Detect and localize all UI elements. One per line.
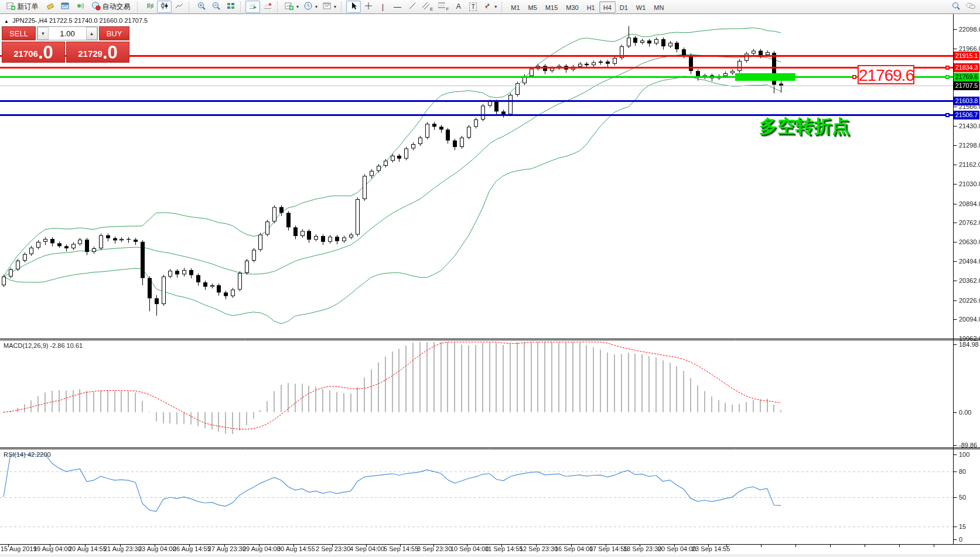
timeframe-W1[interactable]: W1 [632, 1, 650, 13]
templates-button[interactable]: ▾ [320, 1, 339, 13]
time-axis-label: 26 Aug 14:55 [173, 545, 211, 552]
zoom-out-button[interactable] [209, 1, 223, 13]
support-line-lower-handle[interactable] [945, 113, 950, 117]
turning-point-annotation[interactable]: 多空转折点 [759, 114, 850, 139]
text-tool-icon: A [456, 3, 461, 11]
sell-button[interactable]: SELL [2, 26, 36, 40]
arrows-button[interactable]: ▾ [480, 1, 499, 13]
fibonacci-button[interactable]: F [435, 1, 451, 13]
chart-canvas[interactable] [0, 0, 980, 557]
time-axis-label: 29 Aug 04:00 [243, 545, 281, 552]
zoom-in-button[interactable] [194, 1, 209, 13]
timeframe-M30[interactable]: M30 [562, 1, 582, 13]
time-axis-label: 23 Aug 04:00 [138, 545, 176, 552]
trendline-icon [408, 1, 417, 12]
pivot-line-green-badge: 21769.6 [954, 73, 979, 81]
sell-price-main: 21706 [13, 46, 38, 61]
support-zone-bar[interactable] [735, 73, 795, 81]
time-axis-label: 11 Sep 14:55 [485, 545, 523, 552]
time-axis-label: 30 Aug 14:55 [277, 545, 315, 552]
line-chart-button[interactable] [172, 1, 186, 13]
price-callout-anchor[interactable] [852, 75, 856, 79]
support-line-upper-badge: 21603.8 [954, 97, 979, 105]
trendline-button[interactable] [405, 1, 419, 13]
label-tool-button[interactable]: T [466, 1, 480, 13]
channel-button[interactable]: E [419, 1, 435, 13]
buy-button[interactable]: BUY [99, 26, 129, 40]
pivot-line-green[interactable] [0, 76, 953, 78]
time-axis-label: 19 Aug 04:00 [33, 545, 71, 552]
timeframe-D1[interactable]: D1 [616, 1, 632, 13]
search-button[interactable] [948, 1, 963, 13]
time-axis-label: 20 Aug 14:55 [69, 545, 107, 552]
timeframe-M5[interactable]: M5 [524, 1, 541, 13]
timeframe-MN[interactable]: MN [650, 1, 668, 13]
time-axis-label: 20 Sep 04:00 [658, 545, 696, 552]
timeframe-H1[interactable]: H1 [583, 1, 599, 13]
dropdown-caret-icon: ▾ [494, 4, 497, 9]
cursor-button[interactable] [346, 1, 361, 13]
timeframe-H4[interactable]: H4 [599, 1, 616, 13]
horizontal-line-icon: — [394, 3, 401, 11]
ohlc-values: 21722.5 21740.0 21660.0 21707.5 [49, 17, 148, 24]
vertical-line-icon: | [382, 3, 384, 11]
candlestick-chart-button[interactable] [157, 1, 172, 13]
crosshair-icon [364, 1, 373, 12]
timeframe-M1[interactable]: M1 [507, 1, 524, 13]
chat-icon [965, 1, 976, 12]
timeframe-M15[interactable]: M15 [541, 1, 562, 13]
time-axis-label: 23 Sep 14:55 [692, 545, 730, 552]
toolbar-separator [341, 2, 344, 12]
buy-price-main: 21729 [78, 46, 103, 61]
support-line-upper[interactable] [0, 100, 953, 102]
current-price-line[interactable] [0, 86, 953, 86]
volume-down-button[interactable]: ▼ [37, 27, 49, 40]
autotrading-button[interactable]: 自动交易 [87, 1, 135, 13]
collapse-icon[interactable]: ▲ [4, 19, 9, 24]
toolbar-separator [189, 2, 192, 12]
vertical-line-button[interactable]: | [375, 1, 390, 13]
label-tool-icon: T [469, 2, 477, 11]
volume-up-button[interactable]: ▲ [86, 27, 97, 40]
one-click-trading-panel: SELL ▼ 1.00 ▲ BUY 21706 .0 21729 .0 [2, 26, 129, 63]
time-axis-label: 4 Sep 04:00 [350, 545, 384, 552]
toolbar: 新订单 自动交易 ▾ ▾ ▾ | — E F A T ▾ M1M5M15M30H… [0, 0, 980, 14]
toolbar-separator [240, 2, 243, 12]
crosshair-button[interactable] [361, 1, 375, 13]
resistance-line-lower-handle[interactable] [945, 66, 950, 70]
buy-price-display[interactable]: 21729 .0 [66, 42, 129, 63]
tile-windows-button[interactable] [223, 1, 238, 13]
indicators-button[interactable]: ▾ [282, 1, 301, 13]
chat-button[interactable] [963, 1, 978, 13]
chart-shift-button[interactable] [260, 1, 275, 13]
horizontal-line-button[interactable]: — [390, 1, 405, 13]
resistance-line-upper[interactable] [0, 55, 953, 57]
price-callout-box[interactable]: 21769.6 [858, 65, 914, 84]
resistance-line-upper-badge: 21915.1 [954, 52, 979, 60]
bar-chart-button[interactable] [142, 1, 157, 13]
price-tick: 20494.0 [959, 258, 980, 265]
price-tick: 20094.0 [959, 316, 980, 323]
volume-input[interactable]: 1.00 [49, 27, 86, 40]
support-line-lower-badge: 21506.7 [954, 111, 979, 119]
rsi-axis-tick: 15 [959, 523, 966, 530]
time-axis-label: 18 Sep 23:30 [623, 545, 661, 552]
price-tick: 21162.0 [959, 161, 980, 168]
pivot-line-green-handle[interactable] [945, 75, 950, 79]
sell-price-display[interactable]: 21706 .0 [2, 42, 65, 63]
time-axis-label: 15 Aug 2019 [1, 545, 37, 552]
periods-button[interactable]: ▾ [301, 1, 320, 13]
profiles-button[interactable] [57, 1, 72, 13]
auto-scroll-button[interactable] [245, 1, 260, 13]
text-tool-button[interactable]: A [451, 1, 466, 13]
time-axis-label: 8 Sep 23:30 [417, 545, 452, 552]
layouts-button[interactable] [43, 1, 57, 13]
new-order-button[interactable]: 新订单 [2, 1, 43, 13]
rsi-label: RSI(14) 42.2200 [4, 451, 51, 458]
time-axis-label: 2 Sep 23:30 [316, 545, 350, 552]
rsi-axis-tick: 50 [959, 494, 966, 501]
macd-axis-tick: 184.98 [959, 341, 979, 348]
alerts-button[interactable] [72, 1, 87, 13]
rsi-axis-tick: 80 [959, 468, 966, 475]
resistance-line-lower[interactable] [0, 67, 953, 69]
